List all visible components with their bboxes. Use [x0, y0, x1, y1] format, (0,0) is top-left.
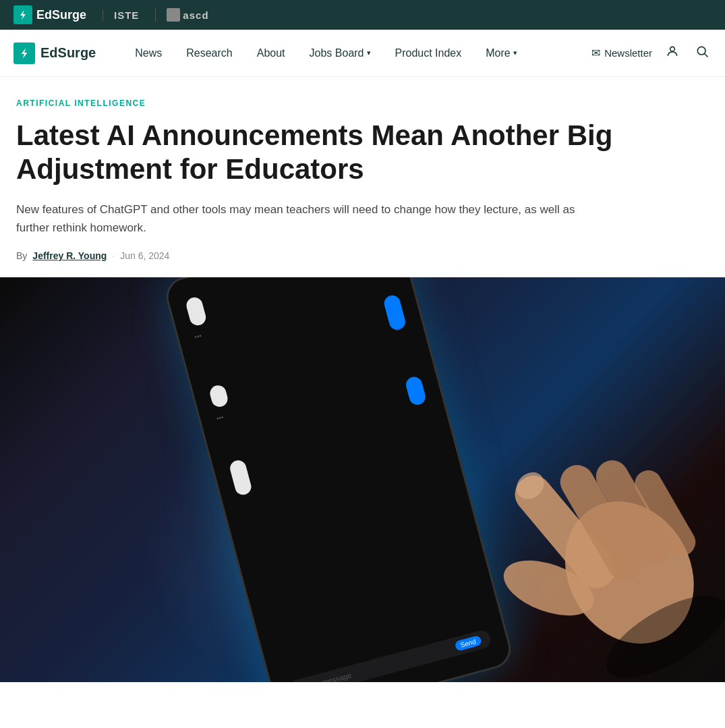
article-subtitle: New features of ChatGPT and other tools …: [16, 200, 596, 237]
ascd-logo[interactable]: ascd: [155, 8, 208, 22]
chat-bubble-3: [208, 384, 229, 409]
nav-item-more[interactable]: More ▾: [473, 30, 529, 77]
user-account-button[interactable]: [663, 42, 682, 64]
nav-logo[interactable]: EdSurge: [13, 43, 96, 64]
chat-bubble-1: [184, 296, 207, 327]
article-hero-image: ••• •••: [0, 277, 725, 682]
chat-bubble-5: [228, 459, 253, 497]
iste-label: ISTE: [114, 9, 139, 21]
edsurge-bolt-icon: [13, 5, 32, 24]
by-label: By: [16, 250, 27, 261]
svg-point-2: [670, 47, 675, 51]
article-category[interactable]: ARTIFICIAL INTELLIGENCE: [16, 99, 709, 108]
meta-separator: ·: [112, 250, 115, 261]
nav-logo-text: EdSurge: [40, 45, 96, 61]
hand-illustration: [388, 345, 725, 682]
nav-item-about[interactable]: About: [245, 30, 297, 77]
ascd-icon: [167, 8, 180, 22]
nav-link-research[interactable]: Research: [174, 30, 244, 77]
ascd-label: ascd: [183, 9, 208, 21]
svg-line-4: [705, 54, 708, 57]
iste-logo[interactable]: ISTE: [103, 9, 139, 21]
typing-indicator: •••: [194, 280, 396, 341]
edsurge-topbar-logo[interactable]: EdSurge: [13, 5, 86, 24]
svg-point-3: [697, 47, 705, 55]
article-date: Jun 6, 2024: [120, 250, 169, 261]
nav-logo-bolt-icon: [13, 43, 35, 64]
nav-link-jobs-board[interactable]: Jobs Board ▾: [297, 30, 383, 77]
article-header: ARTIFICIAL INTELLIGENCE Latest AI Announ…: [0, 77, 725, 261]
article-meta: By Jeffrey R. Young · Jun 6, 2024: [16, 250, 709, 261]
nav-item-jobs-board[interactable]: Jobs Board ▾: [297, 30, 383, 77]
nav-links-list: News Research About Jobs Board ▾ Product…: [123, 30, 591, 77]
chat-bubble-2: [382, 293, 407, 331]
nav-right-actions: ✉ Newsletter: [591, 42, 712, 64]
user-icon: [666, 47, 679, 61]
nav-link-product-index[interactable]: Product Index: [383, 30, 474, 77]
newsletter-envelope-icon: ✉: [591, 47, 600, 59]
top-bar: EdSurge ISTE ascd: [0, 0, 725, 30]
article-author-link[interactable]: Jeffrey R. Young: [32, 250, 107, 261]
search-icon: [695, 47, 709, 61]
nav-item-product-index[interactable]: Product Index: [383, 30, 474, 77]
article-author: Jeffrey R. Young: [32, 250, 107, 261]
nav-item-research[interactable]: Research: [174, 30, 244, 77]
newsletter-button[interactable]: ✉ Newsletter: [591, 47, 652, 59]
nav-link-news[interactable]: News: [123, 30, 174, 77]
newsletter-label: Newsletter: [604, 47, 652, 59]
more-chevron-icon: ▾: [513, 49, 517, 57]
svg-marker-0: [20, 10, 26, 20]
search-button[interactable]: [693, 42, 712, 64]
edsurge-topbar-name: EdSurge: [36, 8, 86, 22]
svg-marker-1: [22, 48, 28, 59]
main-navigation: EdSurge News Research About Jobs Board ▾: [0, 30, 725, 77]
nav-item-news[interactable]: News: [123, 30, 174, 77]
nav-link-more[interactable]: More ▾: [473, 30, 529, 77]
article-title: Latest AI Announcements Mean Another Big…: [16, 119, 623, 187]
nav-link-about[interactable]: About: [245, 30, 297, 77]
jobs-board-chevron-icon: ▾: [367, 49, 371, 57]
